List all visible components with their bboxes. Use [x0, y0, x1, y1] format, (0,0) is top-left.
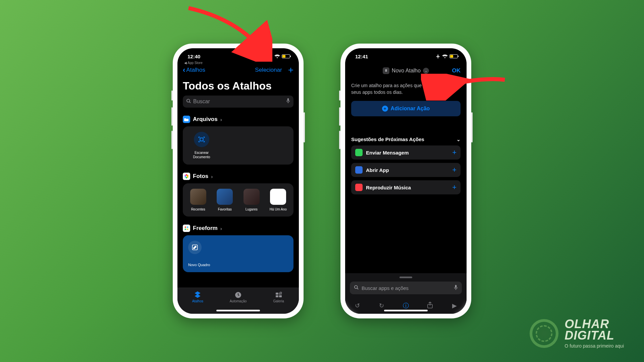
home-indicator[interactable] [384, 310, 428, 311]
plus-circle-icon: + [382, 106, 388, 112]
battery-icon [449, 54, 458, 58]
scan-document-tile[interactable]: Escanear Documento [188, 132, 215, 159]
search-icon [186, 99, 191, 105]
svg-point-11 [187, 226, 189, 228]
phone-mockup-left: 12:40 ◀ App Store ‹ Atalhos Selecionar + [173, 44, 304, 318]
brand-logo-icon [530, 319, 558, 348]
chevron-down-icon: ⌄ [457, 137, 461, 142]
new-board-icon [188, 241, 202, 254]
tab-atalhos[interactable]: Atalhos [181, 291, 214, 314]
svg-line-1 [189, 102, 191, 103]
section-fotos-header[interactable]: Fotos › [183, 173, 293, 180]
photo-tile-label: Lugares [241, 207, 262, 211]
grabber-handle[interactable] [399, 277, 412, 278]
tab-label: Automação [230, 299, 247, 303]
svg-line-22 [357, 288, 358, 289]
photo-tile-label: Favoritas [215, 207, 235, 211]
suggestion-send-message[interactable]: Enviar Mensagem + [351, 145, 461, 160]
tab-label: Galeria [273, 299, 284, 303]
add-action-button[interactable]: + Adicionar Ação [351, 101, 461, 116]
add-suggestion-icon[interactable]: + [452, 183, 457, 192]
chevron-left-icon: ‹ [183, 66, 185, 74]
svg-rect-18 [276, 295, 278, 297]
open-app-icon [355, 166, 363, 174]
freeform-tile-label: Novo Quadro [188, 263, 288, 267]
wifi-icon [274, 54, 280, 58]
action-search-field[interactable]: Buscar apps e ações [350, 282, 462, 294]
shortcut-icon [383, 67, 389, 74]
home-indicator[interactable] [216, 310, 260, 311]
photo-tile-favoritas[interactable]: Favoritas [215, 189, 235, 211]
status-time: 12:41 [355, 52, 368, 59]
chevron-right-icon: › [211, 174, 213, 179]
page-title: Todos os Atalhos [183, 80, 293, 92]
chevron-down-icon: ⌄ [423, 68, 429, 74]
phone-mockup-right: 12:41 Novo Atalho ⌄ OK Crie um atalho p [340, 44, 471, 318]
search-placeholder: Buscar [193, 99, 210, 105]
brand-line2: DIGITAL [565, 328, 614, 342]
files-app-icon [183, 116, 190, 123]
suggestion-label: Abrir App [366, 167, 389, 173]
nav-back-label: Atalhos [186, 67, 205, 73]
add-action-label: Adicionar Ação [391, 106, 430, 112]
svg-point-0 [187, 99, 190, 102]
nav-add-button[interactable]: + [288, 65, 293, 75]
run-button[interactable]: ▶ [448, 302, 461, 309]
chevron-right-icon: › [220, 226, 222, 231]
section-arquivos-header[interactable]: Arquivos › [183, 116, 293, 123]
tab-bar: Atalhos Automação Galeria [177, 288, 299, 314]
suggestions-header-label: Sugestões de Próximas Ações [351, 136, 424, 142]
add-suggestion-icon[interactable]: + [452, 166, 457, 174]
suggestions-header[interactable]: Sugestões de Próximas Ações ⌄ [345, 136, 467, 142]
photo-tile-lugares[interactable]: Lugares [241, 189, 262, 211]
freeform-card[interactable]: Novo Quadro [183, 235, 293, 272]
battery-icon [282, 54, 290, 58]
redo-button[interactable]: ↻ [375, 302, 388, 309]
section-freeform-header[interactable]: Freeform › [183, 225, 293, 232]
bottom-sheet: Buscar apps e ações ↺ ↻ ⓘ ▶ [345, 273, 467, 314]
add-suggestion-icon[interactable]: + [452, 148, 457, 157]
back-to-appstore[interactable]: ◀ App Store [184, 61, 203, 65]
chevron-right-icon: › [220, 117, 222, 122]
wifi-icon [442, 54, 448, 58]
svg-point-10 [184, 226, 186, 228]
svg-rect-3 [200, 138, 203, 141]
photo-tile-recentes[interactable]: Recentes [188, 189, 208, 211]
tab-label: Atalhos [192, 299, 203, 303]
scan-document-label: Escanear Documento [188, 150, 215, 159]
action-search-placeholder: Buscar apps e ações [362, 285, 409, 291]
suggestion-label: Reproduzir Música [366, 185, 411, 190]
hint-text: Crie um atalho para as ações que você re… [345, 78, 467, 101]
airplane-icon [268, 54, 273, 59]
nav-back-button[interactable]: ‹ Atalhos [183, 66, 205, 74]
arquivos-card: Escanear Documento [183, 126, 293, 165]
suggestion-play-music[interactable]: Reproduzir Música + [351, 180, 461, 194]
scan-icon [194, 132, 209, 147]
search-icon [354, 285, 359, 291]
search-field[interactable]: Buscar [183, 96, 293, 108]
photo-thumb [270, 189, 286, 205]
gallery-icon [262, 291, 296, 299]
info-button[interactable]: ⓘ [399, 302, 413, 310]
status-bar: 12:40 [177, 48, 299, 62]
mic-icon[interactable] [454, 285, 458, 291]
share-button[interactable] [423, 302, 437, 310]
ok-button[interactable]: OK [452, 67, 461, 74]
mic-icon[interactable] [286, 98, 290, 105]
photo-thumb [190, 189, 206, 205]
photo-thumb [244, 189, 260, 205]
suggestion-label: Enviar Mensagem [366, 150, 409, 156]
fotos-card: Recentes Favoritas Lugares Há Um An [183, 183, 293, 217]
photo-tile-ha-um-ano[interactable]: Há Um Ano [268, 189, 288, 211]
brand-logo: OLHAR DIGITAL O futuro passa primeiro aq… [530, 318, 624, 349]
svg-point-12 [184, 229, 186, 230]
suggestion-open-app[interactable]: Abrir App + [351, 163, 461, 177]
shortcut-title[interactable]: Novo Atalho ⌄ [383, 67, 429, 74]
nav-select-button[interactable]: Selecionar [255, 67, 282, 73]
status-time: 12:40 [187, 52, 200, 59]
svg-point-13 [187, 229, 189, 230]
tab-galeria[interactable]: Galeria [262, 291, 296, 314]
svg-point-9 [184, 175, 186, 177]
suggestions-list: Enviar Mensagem + Abrir App + Reproduzir… [345, 142, 467, 194]
undo-button[interactable]: ↺ [351, 302, 364, 309]
